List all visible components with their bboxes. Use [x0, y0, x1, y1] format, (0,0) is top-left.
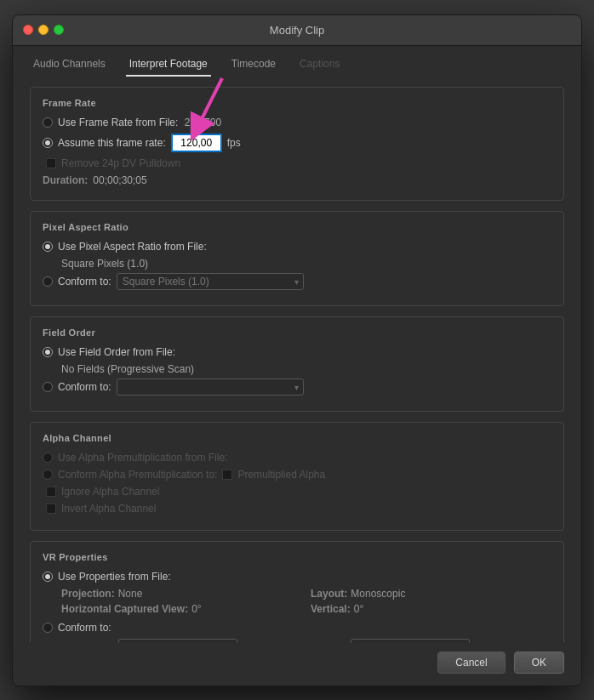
arrow-container [171, 134, 222, 152]
content-area: Frame Rate Use Frame Rate from File: 29,… [13, 77, 581, 643]
conform-field-order-radio[interactable] [43, 382, 53, 392]
vr-h-captured-value: 0° [191, 603, 201, 615]
fullscreen-button[interactable] [54, 25, 64, 35]
use-frame-rate-radio[interactable] [43, 117, 53, 128]
pixel-aspect-title: Pixel Aspect Ratio [43, 222, 551, 232]
pixel-aspect-dropdown[interactable]: Square Pixels (1.0) [117, 273, 304, 290]
use-vr-properties-label: Use Properties from File: [58, 571, 171, 583]
frame-rate-title: Frame Rate [43, 98, 551, 108]
tab-timecode[interactable]: Timecode [228, 53, 279, 77]
premult-alpha-value: Premultiplied Alpha [237, 469, 325, 481]
use-pixel-aspect-label: Use Pixel Aspect Ratio from File: [58, 241, 207, 253]
vr-vertical-value: 0° [354, 603, 363, 615]
ok-button[interactable]: OK [514, 652, 564, 674]
conform-field-order-row: Conform to: [43, 378, 551, 396]
duration-value: 00;00;30;05 [93, 174, 146, 186]
use-pixel-aspect-radio[interactable] [43, 242, 53, 252]
tabbar: Audio Channels Interpret Footage Timecod… [13, 46, 581, 77]
assume-frame-rate-radio[interactable] [43, 138, 53, 148]
field-order-title: Field Order [43, 327, 551, 338]
use-field-order-row: Use Field Order from File: [43, 346, 551, 358]
ignore-alpha-label: Ignore Alpha Channel [61, 486, 159, 498]
pixel-aspect-dropdown-wrapper: Square Pixels (1.0) [117, 273, 304, 290]
field-order-dropdown[interactable] [117, 378, 304, 396]
duration-label: Duration: [43, 174, 88, 186]
assume-frame-rate-label: Assume this frame rate: [58, 137, 166, 149]
vr-projection-value: None [118, 588, 143, 600]
close-button[interactable] [23, 25, 33, 35]
vr-conform-label: Conform to: [58, 622, 111, 634]
vr-vertical-label: Vertical: [311, 603, 351, 615]
use-field-order-radio[interactable] [43, 347, 53, 357]
use-alpha-premult-label: Use Alpha Premultiplication from File: [58, 452, 227, 464]
field-order-dropdown-wrapper [117, 378, 304, 396]
conform-field-order-label: Conform to: [58, 381, 111, 393]
pixel-aspect-section: Pixel Aspect Ratio Use Pixel Aspect Rati… [30, 211, 564, 306]
invert-alpha-label: Invert Alpha Channel [61, 503, 156, 515]
field-order-section: Field Order Use Field Order from File: N… [30, 316, 564, 412]
use-alpha-premult-row: Use Alpha Premultiplication from File: [43, 452, 551, 464]
vr-projection-item: Projection: None [61, 588, 302, 600]
vr-layout-item: Layout: Monoscopic [311, 588, 551, 600]
vr-properties-title: VR Properties [43, 552, 551, 562]
vr-h-captured-item: Horizontal Captured View: 0° [61, 603, 302, 615]
conform-alpha-premult-row: Conform Alpha Premultiplication to: Prem… [43, 469, 551, 481]
premult-alpha-checkbox[interactable] [222, 470, 232, 480]
titlebar: Modify Clip [13, 15, 581, 46]
use-field-order-label: Use Field Order from File: [58, 346, 175, 358]
vr-conform-projection-dropdown[interactable]: None [118, 639, 237, 643]
vr-conform-layout-wrapper: Monoscopic [351, 639, 470, 643]
invert-alpha-checkbox[interactable] [46, 504, 56, 514]
tab-audio-channels[interactable]: Audio Channels [30, 53, 109, 77]
use-vr-properties-radio[interactable] [43, 572, 53, 582]
remove-pulldown-row: Remove 24p DV Pulldown [46, 157, 551, 169]
assume-frame-rate-row: Assume this frame rate: fps [43, 134, 551, 152]
svg-line-1 [197, 78, 222, 129]
alpha-channel-section: Alpha Channel Use Alpha Premultiplicatio… [30, 422, 564, 531]
pink-arrow-icon [180, 77, 248, 142]
vr-layout-label: Layout: [311, 588, 347, 600]
vr-conform-row: Conform to: [43, 622, 551, 634]
cancel-button[interactable]: Cancel [437, 652, 505, 674]
use-pixel-aspect-row: Use Pixel Aspect Ratio from File: [43, 241, 551, 253]
vr-conform-radio[interactable] [43, 623, 53, 633]
minimize-button[interactable] [38, 25, 49, 35]
vr-vertical-item: Vertical: 0° [311, 603, 551, 615]
footer: Cancel OK [13, 643, 581, 686]
vr-conform-projection-wrapper: None [118, 639, 237, 643]
pixel-aspect-sub-value: Square Pixels (1.0) [61, 258, 551, 270]
tab-captions[interactable]: Captions [296, 53, 343, 77]
ignore-alpha-checkbox[interactable] [46, 487, 56, 497]
use-alpha-premult-radio[interactable] [43, 452, 53, 463]
use-vr-properties-row: Use Properties from File: [43, 571, 551, 583]
alpha-channel-title: Alpha Channel [43, 433, 551, 443]
ignore-alpha-row: Ignore Alpha Channel [46, 486, 551, 498]
conform-alpha-premult-label: Conform Alpha Premultiplication to: [58, 469, 217, 481]
vr-conform-layout-dropdown[interactable]: Monoscopic [351, 639, 470, 643]
conform-pixel-aspect-row: Conform to: Square Pixels (1.0) [43, 273, 551, 290]
frame-rate-section: Frame Rate Use Frame Rate from File: 29,… [30, 87, 564, 201]
field-order-sub-value: No Fields (Progressive Scan) [61, 363, 551, 375]
use-frame-rate-row: Use Frame Rate from File: 29,9700 [43, 117, 551, 128]
traffic-lights [23, 25, 64, 35]
duration-row: Duration: 00;00;30;05 [43, 174, 551, 186]
vr-properties-section: VR Properties Use Properties from File: … [30, 541, 564, 643]
conform-pixel-aspect-label: Conform to: [58, 276, 111, 287]
remove-pulldown-label: Remove 24p DV Pulldown [61, 157, 180, 169]
conform-pixel-aspect-radio[interactable] [43, 276, 53, 287]
window-title: Modify Clip [270, 24, 324, 37]
modify-clip-window: Modify Clip Audio Channels Interpret Foo… [12, 14, 582, 686]
vr-layout-value: Monoscopic [351, 588, 405, 600]
vr-projection-label: Projection: [61, 588, 115, 600]
conform-alpha-premult-radio[interactable] [43, 470, 53, 480]
tab-interpret-footage[interactable]: Interpret Footage [126, 53, 211, 77]
vr-h-captured-label: Horizontal Captured View: [61, 603, 188, 615]
invert-alpha-row: Invert Alpha Channel [46, 503, 551, 515]
vr-info-grid: Projection: None Layout: Monoscopic Hori… [61, 588, 551, 615]
remove-pulldown-checkbox[interactable] [46, 158, 56, 168]
